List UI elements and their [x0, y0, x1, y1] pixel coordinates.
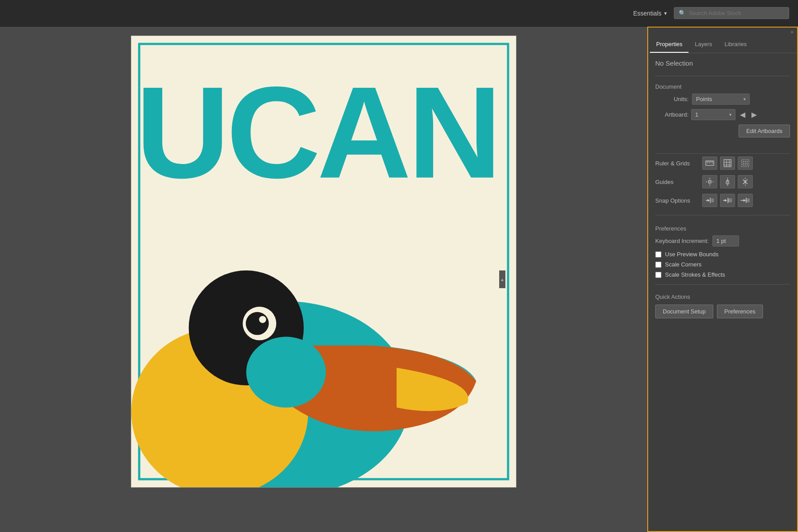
essentials-label: Essentials	[633, 10, 661, 17]
snap-button-1[interactable]	[702, 194, 717, 207]
grid-icon	[723, 159, 732, 168]
tab-libraries[interactable]: Libraries	[718, 36, 753, 53]
svg-point-22	[743, 161, 744, 162]
svg-point-8	[259, 316, 266, 323]
svg-point-26	[745, 163, 746, 164]
units-select[interactable]: Points Pixels Inches Centimeters Millime…	[692, 94, 750, 105]
units-row: Units: Points Pixels Inches Centimeters …	[655, 94, 790, 105]
quick-actions-buttons: Document Setup Preferences	[655, 305, 790, 318]
lock-guides-button[interactable]	[720, 175, 735, 188]
document-setup-button[interactable]: Document Setup	[655, 305, 713, 318]
artwork-canvas: UCAN	[131, 35, 516, 488]
lock-guides-icon	[723, 177, 732, 186]
use-preview-bounds-checkbox[interactable]	[655, 251, 661, 258]
svg-point-23	[745, 161, 746, 162]
snap-button-2[interactable]	[720, 194, 735, 207]
snap-icon-1	[705, 196, 715, 205]
scale-strokes-effects-checkbox[interactable]	[655, 272, 661, 278]
snap-options-label: Snap Options	[655, 197, 700, 204]
artboard-select[interactable]: 1 2	[691, 109, 735, 120]
grid-button[interactable]	[720, 156, 735, 170]
keyboard-increment-input[interactable]	[712, 235, 739, 246]
panel-tabs: Properties Layers Libraries	[648, 36, 797, 53]
double-chevron[interactable]: »	[648, 27, 797, 36]
show-guides-icon	[705, 177, 714, 186]
artboard-prev-button[interactable]: ◀	[738, 110, 747, 120]
snap-options-row: Snap Options	[655, 194, 790, 207]
quick-actions-section: Quick Actions Document Setup Preferences	[655, 293, 790, 318]
svg-point-29	[745, 164, 746, 165]
use-preview-bounds-row: Use Preview Bounds	[655, 251, 790, 258]
artboard-label: Artboard:	[655, 111, 688, 118]
tab-properties[interactable]: Properties	[650, 36, 688, 53]
use-preview-bounds-label[interactable]: Use Preview Bounds	[665, 251, 719, 258]
divider-1	[655, 76, 790, 76]
svg-point-25	[743, 163, 744, 164]
units-select-wrapper: Points Pixels Inches Centimeters Millime…	[692, 94, 750, 105]
main-area: UCAN	[0, 27, 798, 532]
collapse-icon: ▲	[500, 277, 505, 282]
edit-artboards-button[interactable]: Edit Artboards	[739, 125, 790, 137]
divider-2	[655, 153, 790, 154]
search-input[interactable]	[689, 10, 784, 16]
search-bar: 🔍	[674, 7, 789, 19]
panel-content: No Selection Document Units: Points Pixe…	[648, 53, 797, 325]
artboard-row: Artboard: 1 2 ◀ ▶	[655, 109, 790, 120]
canvas-area: UCAN	[0, 27, 647, 532]
svg-marker-40	[708, 199, 710, 202]
preferences-section: Preferences Keyboard Increment: Use Prev…	[655, 221, 790, 282]
ruler-grids-row: Ruler & Grids	[655, 156, 790, 170]
tab-layers[interactable]: Layers	[688, 36, 718, 53]
svg-marker-55	[746, 199, 747, 202]
svg-point-27	[747, 163, 747, 164]
svg-point-30	[747, 164, 747, 165]
no-selection-label: No Selection	[655, 59, 790, 67]
svg-point-24	[747, 161, 747, 162]
svg-rect-16	[724, 160, 731, 167]
svg-point-7	[246, 312, 269, 335]
snap-icon-2	[723, 196, 732, 205]
units-label: Units:	[655, 96, 688, 102]
scale-strokes-effects-row: Scale Strokes & Effects	[655, 271, 790, 278]
svg-point-28	[743, 164, 744, 165]
search-icon: 🔍	[679, 10, 686, 16]
scale-strokes-effects-label[interactable]: Scale Strokes & Effects	[665, 271, 725, 278]
ruler-button[interactable]	[702, 156, 717, 170]
preferences-section-label: Preferences	[655, 225, 790, 232]
clear-guides-button[interactable]	[738, 175, 753, 188]
document-section-label: Document	[655, 83, 790, 90]
right-panel: » Properties Layers Libraries No Selecti…	[647, 27, 798, 532]
pixel-grid-icon	[741, 159, 750, 168]
ruler-grids-label: Ruler & Grids	[655, 160, 700, 167]
pixel-grid-button[interactable]	[738, 156, 753, 170]
keyboard-increment-row: Keyboard Increment:	[655, 235, 790, 246]
svg-point-9	[246, 337, 326, 408]
artboard-select-wrapper: 1 2	[691, 109, 735, 120]
snap-button-3[interactable]	[738, 194, 753, 207]
preferences-button[interactable]: Preferences	[717, 305, 763, 318]
top-bar: Essentials ▾ 🔍	[0, 0, 798, 27]
divider-3	[655, 215, 790, 215]
snap-icon-3	[740, 196, 750, 205]
svg-marker-53	[743, 199, 746, 202]
scale-corners-checkbox[interactable]	[655, 262, 661, 268]
divider-4	[655, 284, 790, 285]
show-guides-button[interactable]	[702, 175, 717, 188]
artwork-svg: UCAN	[131, 36, 516, 487]
svg-text:UCAN: UCAN	[136, 59, 498, 205]
essentials-button[interactable]: Essentials ▾	[633, 10, 667, 17]
clear-guides-icon	[741, 177, 750, 186]
quick-actions-label: Quick Actions	[655, 293, 790, 300]
scale-corners-row: Scale Corners	[655, 261, 790, 268]
svg-marker-46	[725, 199, 727, 202]
guides-label: Guides	[655, 179, 700, 185]
essentials-chevron: ▾	[664, 10, 667, 16]
collapse-handle[interactable]: ▲	[499, 270, 505, 288]
scale-corners-label[interactable]: Scale Corners	[665, 261, 701, 268]
ruler-icon	[705, 159, 714, 168]
artboard-next-button[interactable]: ▶	[750, 110, 759, 120]
keyboard-increment-label: Keyboard Increment:	[655, 238, 709, 244]
edit-artboards-row: Edit Artboards	[655, 125, 790, 145]
guides-row: Guides	[655, 175, 790, 188]
